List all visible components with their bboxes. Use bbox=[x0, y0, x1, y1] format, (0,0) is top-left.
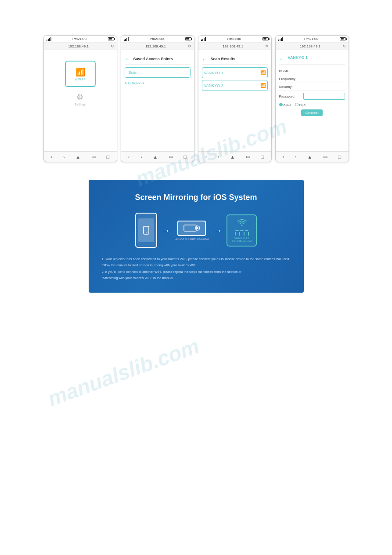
banner-title: Screen Mirroring for iOS System bbox=[102, 193, 291, 202]
address-bar-3: 192.168.49.1 ↻ bbox=[198, 43, 271, 50]
back-arrow-2[interactable]: ← bbox=[125, 55, 131, 62]
nav-bar-2: ← Saved Access Points bbox=[125, 54, 191, 65]
signal-bars-2 bbox=[124, 37, 129, 41]
password-row: Password: bbox=[279, 91, 345, 102]
bar3 bbox=[204, 38, 205, 41]
phone-2: Pm21:00 192.168.49.1 ↻ ← Saved Access Po… bbox=[121, 35, 194, 162]
network-name-2: VANKYO 2 bbox=[204, 83, 223, 88]
bar1 bbox=[278, 40, 279, 41]
wifi-signal-icon-2: 📶 bbox=[260, 83, 266, 88]
password-input[interactable] bbox=[303, 93, 345, 100]
wifi-ap-label: WiFi AP bbox=[75, 78, 86, 81]
forward-btn[interactable]: › bbox=[63, 154, 65, 160]
wifi-svg bbox=[237, 219, 247, 227]
router-diagram: VANKYO 1 192.168.137.202 bbox=[227, 214, 257, 247]
network-item-1[interactable]: VANKYO 1 📶 bbox=[202, 67, 268, 78]
back-arrow-3[interactable]: ← bbox=[202, 55, 208, 62]
battery-fill-4 bbox=[341, 38, 344, 40]
gear-icon: ⚙ bbox=[76, 92, 83, 102]
refresh-btn-1[interactable]: ↻ bbox=[111, 44, 114, 48]
battery-icon-2 bbox=[185, 37, 191, 40]
back-btn[interactable]: ‹ bbox=[51, 154, 53, 160]
hex-label: HEX bbox=[299, 103, 306, 106]
bar3 bbox=[281, 38, 282, 41]
address-bar-4: 192.168.49.1 ↻ bbox=[276, 43, 349, 50]
add-network-link[interactable]: Add Network bbox=[125, 80, 191, 86]
share-btn-2[interactable]: ▲ bbox=[153, 154, 158, 160]
back-arrow-4[interactable]: ← bbox=[279, 55, 285, 62]
router-name: VANKYO 1 bbox=[234, 236, 249, 239]
router-legs bbox=[235, 232, 249, 236]
bar2 bbox=[202, 39, 203, 41]
hex-option[interactable]: HEX bbox=[295, 103, 306, 106]
forward-btn-3[interactable]: › bbox=[218, 154, 219, 160]
share-btn-3[interactable]: ▲ bbox=[230, 154, 235, 160]
tabs-btn-2[interactable]: □ bbox=[183, 154, 187, 160]
tabs-btn-3[interactable]: □ bbox=[261, 154, 264, 160]
projector-diagram: LEISURE430W-XXXXXX bbox=[175, 221, 209, 240]
nav-title-4: VANKYO 1 bbox=[288, 55, 308, 60]
scan-button[interactable]: Scan bbox=[125, 67, 191, 78]
back-btn-4[interactable]: ‹ bbox=[283, 154, 284, 160]
refresh-btn-3[interactable]: ↻ bbox=[265, 44, 269, 48]
status-bar-3: Pm21:00 bbox=[198, 36, 271, 43]
status-time: Pm21:00 bbox=[72, 37, 86, 41]
settings-label: Settings bbox=[75, 103, 86, 106]
bssid-label: BSSID: bbox=[279, 69, 306, 73]
status-bar-4: Pm21:00 bbox=[276, 36, 349, 43]
battery-icon-4 bbox=[340, 37, 346, 40]
hex-radio[interactable] bbox=[295, 103, 298, 106]
bar4 bbox=[282, 37, 283, 41]
bar2 bbox=[280, 39, 281, 41]
back-btn-2[interactable]: ‹ bbox=[128, 154, 130, 160]
battery-fill bbox=[109, 38, 112, 40]
bookmark-btn-3[interactable]: ▭ bbox=[246, 154, 250, 160]
network-item-2[interactable]: VANKYO 2 📶 bbox=[202, 80, 268, 91]
share-btn-4[interactable]: ▲ bbox=[307, 154, 312, 160]
refresh-btn-2[interactable]: ↻ bbox=[188, 44, 191, 48]
phone-content-4: ← VANKYO 1 BSSID: Frequency: Security: P… bbox=[276, 50, 349, 151]
arrow-1: → bbox=[162, 225, 170, 236]
nav-title-3: Scan Results bbox=[211, 57, 236, 61]
svg-point-1 bbox=[146, 232, 147, 233]
settings-box[interactable]: ⚙ Settings bbox=[75, 92, 86, 106]
signal-bars-4 bbox=[278, 37, 283, 41]
router-lines bbox=[235, 230, 248, 231]
connect-button[interactable]: Connect bbox=[301, 109, 323, 116]
back-btn-3[interactable]: ‹ bbox=[205, 154, 207, 160]
phone-1: Pm21:00 192.168.49.1 ↻ 📶 WiFi AP bbox=[43, 35, 117, 162]
refresh-btn-4[interactable]: ↻ bbox=[342, 44, 346, 48]
network-name-1: VANKYO 1 bbox=[204, 71, 223, 75]
ascii-option[interactable]: ASCII bbox=[279, 103, 291, 106]
bookmark-btn-4[interactable]: ▭ bbox=[323, 154, 327, 160]
bssid-row: BSSID: bbox=[279, 67, 345, 75]
phone-content-2: ← Saved Access Points Scan Add Network bbox=[121, 50, 194, 151]
tabs-btn[interactable]: □ bbox=[106, 154, 109, 160]
battery-area-4 bbox=[340, 37, 346, 40]
router-leg-1 bbox=[235, 232, 236, 236]
bar3 bbox=[49, 38, 50, 41]
nav-title-2: Saved Access Points bbox=[133, 57, 173, 61]
battery-area bbox=[108, 37, 114, 40]
signal-area-2 bbox=[124, 37, 129, 41]
ascii-radio[interactable] bbox=[279, 103, 283, 106]
bar1 bbox=[201, 40, 202, 41]
wifi-ap-box[interactable]: 📶 WiFi AP bbox=[65, 61, 96, 87]
status-time-3: Pm21:00 bbox=[227, 37, 241, 41]
forward-btn-2[interactable]: › bbox=[140, 154, 142, 160]
bar4 bbox=[50, 37, 51, 41]
battery-fill-3 bbox=[263, 38, 266, 40]
bookmark-btn-2[interactable]: ▭ bbox=[169, 154, 173, 160]
router-leg-2 bbox=[239, 232, 240, 236]
security-row: Security: bbox=[279, 83, 345, 91]
signal-bars bbox=[47, 37, 51, 41]
address-text-4: 192.168.49.1 bbox=[278, 44, 342, 48]
bookmark-btn[interactable]: ▭ bbox=[91, 154, 96, 160]
tabs-btn-4[interactable]: □ bbox=[338, 154, 341, 160]
instruction-1b: follow the manual to start screen mirror… bbox=[102, 263, 291, 268]
status-bar-2: Pm21:00 bbox=[121, 36, 194, 43]
bottom-nav-2: ‹ › ▲ ▭ □ bbox=[121, 151, 194, 162]
forward-btn-4[interactable]: › bbox=[295, 154, 297, 160]
bar4 bbox=[205, 37, 206, 41]
share-btn[interactable]: ▲ bbox=[76, 154, 80, 160]
